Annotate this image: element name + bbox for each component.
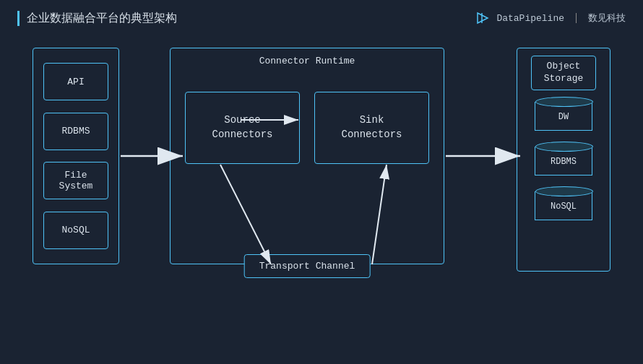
source-rdbms: RDBMS [43,113,108,150]
sources-box: API RDBMS FileSystem NoSQL [33,48,119,264]
transport-channel: Transport Channel [244,254,371,278]
destinations-box: ObjectStorage DW RDBMS NoSQL [517,48,610,272]
logo-text: DataPipeline [496,13,564,24]
logo-divider [576,13,577,23]
dest-nosql: NoSQL [531,187,596,225]
diagram: API RDBMS FileSystem NoSQL Connector Run… [18,33,625,322]
source-nosql: NoSQL [43,212,108,249]
logo-cn-text: 数见科技 [588,12,626,25]
runtime-label: Connector Runtime [259,56,355,66]
page-title: 企业数据融合平台的典型架构 [17,11,177,26]
dest-rdbms: RDBMS [531,142,596,180]
dest-object-storage: ObjectStorage [531,56,596,90]
header: 企业数据融合平台的典型架构 DataPipeline 数见科技 [0,0,643,33]
source-api: API [43,63,108,100]
source-connectors-box: SourceConnectors [185,92,300,164]
source-filesystem: FileSystem [43,162,108,199]
dest-dw: DW [531,98,596,135]
logo-icon [475,10,491,26]
sink-connectors-box: SinkConnectors [314,92,429,164]
connector-boxes: SourceConnectors SinkConnectors [185,92,429,164]
logo-area: DataPipeline 数见科技 [475,10,626,26]
svg-marker-0 [478,13,488,23]
runtime-box: Connector Runtime SourceConnectors SinkC… [170,48,444,264]
